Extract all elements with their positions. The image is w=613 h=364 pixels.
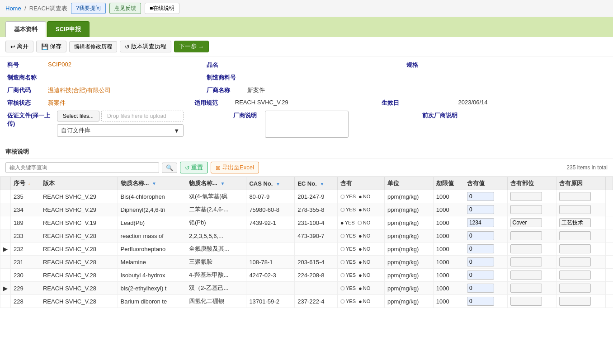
no-radio[interactable]: ●	[358, 246, 362, 252]
cell-contain-part[interactable]	[507, 243, 556, 256]
version-history-button[interactable]: ↺ 版本调查历程	[120, 41, 171, 52]
cell-contain-val[interactable]	[464, 243, 507, 256]
substance-en-filter-icon[interactable]: ▼	[152, 181, 156, 186]
cell-contain-reason[interactable]	[556, 229, 606, 243]
contain-part-input[interactable]	[510, 192, 542, 201]
expand-icon[interactable]: ▶	[3, 285, 8, 292]
cell-contain-part[interactable]	[507, 269, 556, 282]
expand-cell[interactable]: ▶	[0, 282, 11, 295]
cell-contain-reason[interactable]	[556, 295, 606, 308]
contain-val-input[interactable]	[467, 244, 494, 253]
mfr-note-textarea[interactable]	[265, 111, 349, 138]
expand-icon[interactable]: ▶	[3, 246, 8, 252]
contain-val-input[interactable]	[467, 297, 494, 306]
leave-button[interactable]: ↩ 离开	[5, 41, 33, 52]
cell-contain-val[interactable]	[464, 295, 507, 308]
next-step-button[interactable]: 下一步 →	[174, 41, 209, 52]
cell-contain-reason[interactable]	[556, 216, 606, 229]
substance-cn-filter-icon[interactable]: ▼	[220, 181, 225, 186]
ec-filter-icon[interactable]: ▼	[320, 182, 324, 187]
cell-contain-reason[interactable]	[556, 269, 606, 282]
feedback-button[interactable]: 意见反馈	[109, 3, 141, 14]
contain-part-input[interactable]	[510, 218, 542, 227]
contain-val-input[interactable]	[467, 231, 494, 240]
cell-contain-part[interactable]	[507, 203, 556, 216]
cell-contain-val[interactable]	[464, 282, 507, 295]
cell-contain-part[interactable]	[507, 190, 556, 203]
no-radio[interactable]: ●	[358, 285, 362, 292]
cell-contain-part[interactable]	[507, 216, 556, 229]
save-button[interactable]: 💾 保存	[36, 41, 66, 52]
contain-reason-input[interactable]	[559, 231, 591, 240]
contain-val-input[interactable]	[467, 271, 494, 280]
editor-history-button[interactable]: 编辑者修改历程	[69, 41, 117, 52]
contain-part-input[interactable]	[510, 244, 542, 253]
contain-reason-input[interactable]	[559, 257, 591, 266]
cell-contain-reason[interactable]	[556, 203, 606, 216]
online-help-button[interactable]: ■在线说明	[145, 3, 179, 14]
search-input[interactable]	[5, 162, 159, 173]
contain-reason-input[interactable]	[559, 192, 591, 201]
yes-radio[interactable]: ●	[340, 219, 344, 226]
cell-contain-val[interactable]	[464, 256, 507, 269]
no-radio[interactable]: ●	[358, 298, 362, 305]
contain-part-input[interactable]	[510, 257, 542, 266]
file-library-dropdown[interactable]: 自订文件库 ▼	[57, 124, 184, 137]
yes-radio[interactable]: O	[340, 272, 345, 279]
yes-radio[interactable]: O	[340, 206, 345, 213]
contain-part-input[interactable]	[510, 205, 542, 214]
yes-radio[interactable]: O	[340, 246, 345, 252]
contain-reason-input[interactable]	[559, 271, 591, 280]
cell-contain-part[interactable]	[507, 229, 556, 243]
contain-val-input[interactable]	[467, 192, 494, 201]
yes-radio[interactable]: O	[340, 193, 345, 200]
contain-val-input[interactable]	[467, 218, 494, 227]
contain-part-input[interactable]	[510, 297, 542, 306]
cell-contain-reason[interactable]	[556, 256, 606, 269]
cell-contain-part[interactable]	[507, 295, 556, 308]
no-radio[interactable]: ●	[358, 193, 362, 200]
contain-reason-input[interactable]	[559, 218, 591, 227]
select-files-button[interactable]: Select files...	[57, 111, 99, 121]
yes-radio[interactable]: O	[340, 233, 345, 239]
cell-contain-val[interactable]	[464, 190, 507, 203]
expand-cell[interactable]: ▶	[0, 243, 11, 256]
cell-contain-val[interactable]	[464, 216, 507, 229]
cell-contain-reason[interactable]	[556, 243, 606, 256]
contain-reason-input[interactable]	[559, 244, 591, 253]
label-audit-status: 审核状态	[7, 98, 48, 107]
no-radio[interactable]: O	[358, 219, 362, 226]
yes-radio[interactable]: O	[340, 259, 345, 266]
contain-reason-input[interactable]	[559, 297, 591, 306]
cell-contain-part[interactable]	[507, 256, 556, 269]
reset-button[interactable]: ↺ 重置	[180, 162, 208, 173]
yes-radio[interactable]: O	[340, 285, 345, 292]
no-radio[interactable]: ●	[358, 259, 362, 266]
contain-reason-input[interactable]	[559, 284, 591, 293]
contain-val-input[interactable]	[467, 205, 494, 214]
contain-part-input[interactable]	[510, 271, 542, 280]
cell-contain-part[interactable]	[507, 282, 556, 295]
cell-contain-reason[interactable]	[556, 282, 606, 295]
tab-scip[interactable]: SCIP申报	[47, 21, 90, 37]
no-radio[interactable]: ●	[358, 233, 362, 239]
contain-val-input[interactable]	[467, 284, 494, 293]
tab-basic[interactable]: 基本资料	[5, 21, 46, 37]
cell-contain-val[interactable]	[464, 269, 507, 282]
seq-sort-icon[interactable]: ↓	[28, 181, 30, 186]
yes-radio[interactable]: O	[340, 298, 345, 305]
cas-filter-icon[interactable]: ▼	[276, 182, 280, 187]
no-radio[interactable]: ●	[358, 206, 362, 213]
search-button[interactable]: 🔍	[162, 163, 177, 173]
contain-part-input[interactable]	[510, 284, 542, 293]
contain-val-input[interactable]	[467, 257, 494, 266]
cell-contain-val[interactable]	[464, 229, 507, 243]
ask-question-button[interactable]: ?我要提问	[71, 3, 106, 14]
contain-part-input[interactable]	[510, 231, 542, 240]
cell-contain-val[interactable]	[464, 203, 507, 216]
export-excel-button[interactable]: ⊠ 导出至Excel	[211, 162, 259, 173]
breadcrumb-home[interactable]: Home	[5, 5, 21, 12]
cell-contain-reason[interactable]	[556, 190, 606, 203]
contain-reason-input[interactable]	[559, 205, 591, 214]
no-radio[interactable]: ●	[358, 272, 362, 279]
